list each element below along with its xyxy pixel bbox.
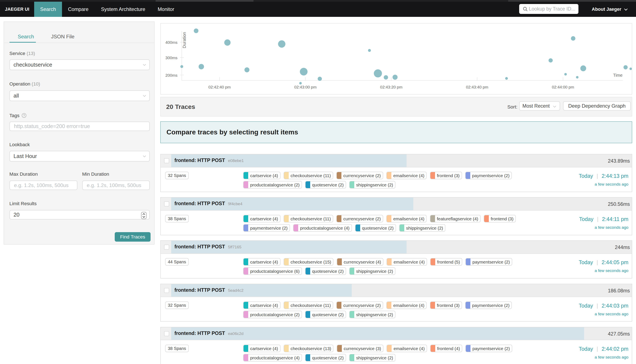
svg-text:?: ? (23, 114, 25, 117)
svg-text:02:42:40 pm: 02:42:40 pm (208, 85, 231, 89)
svg-text:300ms: 300ms (165, 56, 177, 60)
svg-text:400ms: 400ms (165, 40, 177, 45)
svg-text:02:43:40 pm: 02:43:40 pm (466, 85, 488, 89)
svg-text:02:44:00 pm: 02:44:00 pm (552, 85, 574, 89)
svg-text:Duration: Duration (182, 32, 187, 48)
svg-text:02:43:00 pm: 02:43:00 pm (294, 85, 316, 89)
svg-text:200ms: 200ms (165, 73, 177, 77)
svg-text:Time: Time (613, 73, 622, 78)
svg-text:02:43:20 pm: 02:43:20 pm (380, 85, 403, 89)
